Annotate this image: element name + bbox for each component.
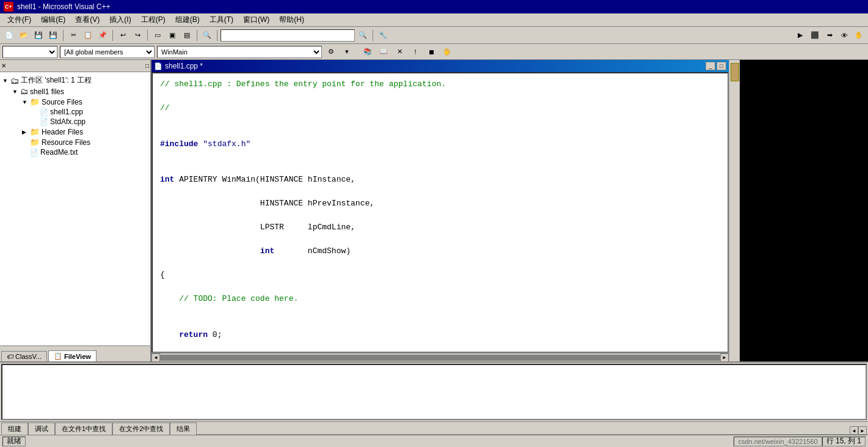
code-line-13: return 0; [160,329,720,341]
new-button[interactable]: 📄 [2,29,16,42]
redo-button[interactable]: ↪ [131,29,144,42]
btn1[interactable]: ▭ [151,29,164,42]
source-files-label: Source Files [42,98,82,106]
bottom-panel: 组建 调试 在文件1中查找 在文件2中查找 结果 ◀ ▶ [0,361,868,435]
hand-button[interactable]: ✋ [852,29,866,42]
code-line-9: int nCmdShow) [160,245,720,257]
tab-build[interactable]: 组建 [1,423,28,435]
header-files-item[interactable]: ▶ 📁 Header Files [22,127,148,137]
tab-build-label: 组建 [8,425,21,432]
code-editor[interactable]: // shell1.cpp : Defines the entry point … [151,72,729,353]
panel-close-x[interactable]: ✕ [1,62,6,69]
menu-help[interactable]: 帮助(H) [274,13,309,26]
step-button[interactable]: ➡ [823,29,836,42]
extra-button[interactable]: 🔧 [376,29,390,42]
btn2[interactable]: ▣ [166,29,179,42]
shell1-cpp-item[interactable]: 📄 shell1.cpp [32,107,148,117]
function-select[interactable]: WinMain [157,46,322,58]
tb2-btn4[interactable]: ! [409,45,422,59]
minimize-button[interactable]: _ [706,62,715,70]
menu-build[interactable]: 组建(B) [170,13,205,26]
shell1cpp-file-icon: 📄 [40,108,48,116]
menu-bar: 文件(F) 编辑(E) 查看(V) 插入(I) 工程(P) 组建(B) 工具(T… [0,13,868,27]
workspace-label: 工作区 'shell1': 1 工程 [21,75,92,86]
workspace-item[interactable]: ▼ 🗂 工作区 'shell1': 1 工程 [2,75,148,86]
undo-button[interactable]: ↩ [116,29,129,42]
code-line-4: #include "stdafx.h" [160,138,720,150]
menu-tools[interactable]: 工具(T) [205,13,238,26]
fileview-label: FileView [64,353,91,360]
source-files-item[interactable]: ▼ 📁 Source Files [22,97,148,107]
tb2-btn1[interactable]: 📚 [361,45,374,59]
stop-button[interactable]: ⬛ [808,29,822,42]
code-line-10: { [160,269,720,281]
copy-button[interactable]: 📋 [81,29,95,42]
code-line-6: int APIENTRY WinMain(HINSTANCE hInstance… [160,174,720,186]
tb2-btn6[interactable]: 🖐 [440,45,454,59]
panel-maximize[interactable]: □ [145,62,149,69]
tab-results[interactable]: 结果 [170,423,197,435]
search-go-button[interactable]: 🔍 [356,29,370,42]
position-pane: 行 15, 列 1 [822,437,866,446]
right-black-area [740,60,868,361]
source-expand-icon: ▼ [22,99,28,105]
left-panel: ✕ □ ▼ 🗂 工作区 'shell1': 1 工程 ▼ 🗂 shell1 fi… [0,60,151,361]
context-select[interactable] [2,46,57,58]
tab-find1[interactable]: 在文件1中查找 [55,423,112,435]
status-text: 就绪 [2,437,26,446]
watch-button[interactable]: 👁 [837,29,851,42]
members-dropdown[interactable]: ▾ [340,45,354,59]
open-button[interactable]: 📂 [17,29,31,42]
save-all-button[interactable]: 💾 [46,29,60,42]
shell1-files-item[interactable]: ▼ 🗂 shell1 files [12,86,148,97]
menu-window[interactable]: 窗口(W) [238,13,274,26]
sep4 [197,30,197,41]
tab-find2[interactable]: 在文件2中查找 [112,423,170,435]
classview-icon: 🏷 [7,353,13,360]
title-text: shell1 - Microsoft Visual C++ [17,2,111,11]
editor-file-icon: 📄 [154,62,162,70]
shell1-folder-icon: 🗂 [20,87,28,96]
hscroll-track[interactable] [160,355,720,361]
source-folder-icon: 📁 [30,97,40,106]
workspace-folder-icon: 🗂 [10,76,19,86]
menu-view[interactable]: 查看(V) [70,13,104,26]
resource-files-label: Resource Files [42,138,90,147]
btn4[interactable]: 🔍 [200,29,214,42]
hscroll-right-arrow[interactable]: ▶ [720,353,729,362]
save-button[interactable]: 💾 [32,29,45,42]
menu-edit[interactable]: 编辑(E) [36,13,70,26]
menu-insert[interactable]: 插入(I) [104,13,136,26]
app-window: C+ shell1 - Microsoft Visual C++ 文件(F) 编… [0,0,868,447]
tab-scroll-right[interactable]: ▶ [858,426,867,435]
resource-files-item[interactable]: 📁 Resource Files [22,137,148,147]
tb2-btn5[interactable]: ⏹ [425,45,438,59]
menu-project[interactable]: 工程(P) [136,13,170,26]
stdafx-cpp-item[interactable]: 📄 StdAfx.cpp [32,117,148,127]
header-files-label: Header Files [42,128,83,136]
shell1-cpp-label: shell1.cpp [50,108,83,116]
readme-item[interactable]: 📄 ReadMe.txt [22,147,148,157]
tb2-btn2[interactable]: 📖 [377,45,390,59]
editor-title: shell1.cpp * [165,62,203,70]
members-select[interactable]: [All global members [60,46,155,58]
tab-classview[interactable]: 🏷 ClassV... [1,351,47,361]
paste-button[interactable]: 📌 [96,29,109,42]
cut-button[interactable]: ✂ [67,29,80,42]
tab-fileview[interactable]: 📋 FileView [48,350,97,361]
stdafx-cpp-label: StdAfx.cpp [50,117,86,126]
vscroll-thumb[interactable] [731,63,739,81]
menu-file[interactable]: 文件(F) [2,13,36,26]
tab-debug[interactable]: 调试 [28,423,55,435]
debug-button[interactable]: ▶ [793,29,807,42]
btn3[interactable]: ▤ [180,29,194,42]
hscroll-left-arrow[interactable]: ◀ [151,353,160,362]
members-icon-button[interactable]: ⚙ [324,45,338,59]
tab-scroll-left[interactable]: ◀ [850,426,858,435]
search-input[interactable] [221,29,355,42]
tb2-btn3[interactable]: ✕ [393,45,406,59]
website-text: csdn.net/weixin_43221560 [738,438,817,445]
maximize-button[interactable]: □ [717,62,726,70]
bottom-output [1,364,867,420]
status-bar: 就绪 csdn.net/weixin_43221560 行 15, 列 1 [0,435,868,447]
